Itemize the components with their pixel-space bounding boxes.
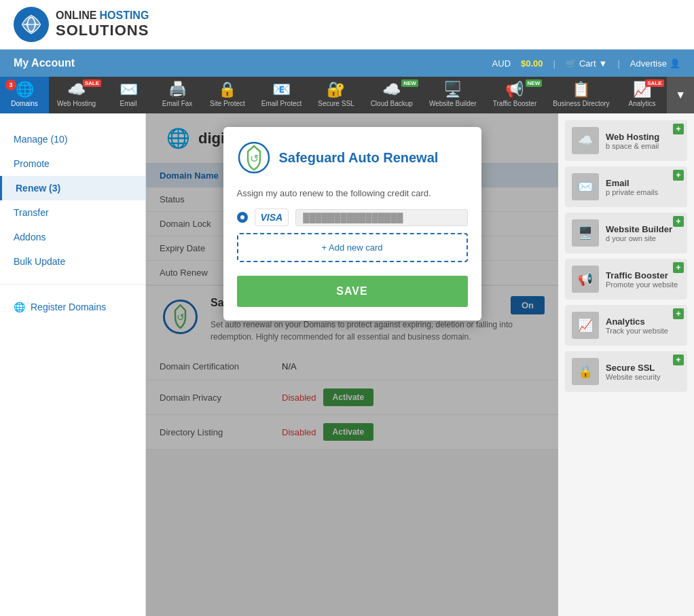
nav-item-email[interactable]: ✉️ Email bbox=[104, 77, 153, 113]
card-option: VISA ████████████████ bbox=[237, 209, 468, 226]
widget-secure-ssl-icon: 🔒 bbox=[572, 358, 599, 385]
widget-web-hosting-icon: ☁️ bbox=[572, 127, 599, 154]
sidebar-item-manage[interactable]: Manage (10) bbox=[0, 127, 145, 151]
top-nav-right: AUD $0.00 | 🛒 Cart ▼ | Advertise 👤 bbox=[492, 58, 680, 69]
modal-header: ↺ Safeguard Auto Renewal bbox=[223, 127, 481, 188]
visa-text: VISA bbox=[261, 212, 283, 223]
svg-text:↺: ↺ bbox=[249, 153, 258, 164]
business-directory-icon: 📋 bbox=[572, 82, 590, 97]
widget-web-hosting[interactable]: ☁️ Web Hosting b space & email + bbox=[565, 120, 687, 161]
cart-button[interactable]: 🛒 Cart ▼ bbox=[566, 58, 607, 69]
widget-web-hosting-subtitle: b space & email bbox=[606, 142, 680, 150]
nav-item-email-fax[interactable]: 🖨️ Email Fax bbox=[153, 77, 202, 113]
widget-website-builder-subtitle: d your own site bbox=[606, 234, 680, 242]
sidebar-item-addons[interactable]: Addons bbox=[0, 225, 145, 249]
currency-label: AUD bbox=[492, 58, 511, 69]
widget-analytics-subtitle: Track your website bbox=[606, 327, 680, 335]
widget-analytics-icon: 📈 bbox=[572, 312, 599, 339]
modal-title: Safeguard Auto Renewal bbox=[279, 150, 439, 166]
card-radio[interactable] bbox=[237, 212, 248, 223]
website-builder-label: Website Builder bbox=[429, 100, 477, 108]
widget-web-hosting-title: Web Hosting bbox=[606, 132, 680, 142]
email-fax-label: Email Fax bbox=[162, 100, 192, 108]
nav-item-email-protect[interactable]: 📧 Email Protect bbox=[253, 77, 310, 113]
nav-item-domains[interactable]: 3 🌐 Domains bbox=[0, 77, 49, 113]
nav-item-business-directory[interactable]: 📋 Business Directory bbox=[545, 77, 617, 113]
widget-analytics-text: Analytics Track your website bbox=[606, 316, 680, 335]
logo-online: ONLINE bbox=[56, 10, 96, 21]
widget-analytics[interactable]: 📈 Analytics Track your website + bbox=[565, 305, 687, 346]
widget-traffic-booster-icon: 📢 bbox=[572, 266, 599, 293]
nav-item-secure-ssl[interactable]: 🔐 Secure SSL bbox=[310, 77, 362, 113]
widget-website-builder-icon: 🖥️ bbox=[572, 219, 599, 247]
email-label: Email bbox=[120, 100, 137, 108]
modal-save-button[interactable]: SAVE bbox=[237, 276, 468, 307]
widget-secure-ssl-title: Secure SSL bbox=[606, 363, 680, 373]
modal-description: Assign my auto renew to the following cr… bbox=[237, 188, 468, 198]
domains-badge: 3 bbox=[5, 79, 16, 90]
site-protect-label: Site Protect bbox=[210, 100, 245, 108]
nav-item-cloud-backup[interactable]: NEW ☁️ Cloud Backup bbox=[363, 77, 421, 113]
widget-secure-ssl-plus: + bbox=[673, 355, 684, 365]
user-icon: 👤 bbox=[670, 58, 680, 69]
widget-website-builder[interactable]: 🖥️ Website Builder d your own site + bbox=[565, 213, 687, 253]
nav-item-site-protect[interactable]: 🔒 Site Protect bbox=[202, 77, 253, 113]
traffic-booster-icon: 📢 bbox=[505, 82, 524, 97]
sidebar-item-bulk-update[interactable]: Bulk Update bbox=[0, 249, 145, 274]
widget-email-icon: ✉️ bbox=[572, 173, 599, 200]
modal-safeguard: ↺ Safeguard Auto Renewal Assign my auto … bbox=[223, 127, 481, 321]
widget-email-title: Email bbox=[606, 178, 680, 188]
logo-text: ONLINEHOSTING SOLUTIONS bbox=[56, 9, 149, 40]
visa-badge: VISA bbox=[255, 209, 289, 226]
widget-secure-ssl-text: Secure SSL Website security bbox=[606, 363, 680, 381]
email-protect-label: Email Protect bbox=[261, 100, 302, 108]
web-hosting-label: Web Hosting bbox=[57, 100, 96, 108]
widget-web-hosting-text: Web Hosting b space & email bbox=[606, 132, 680, 150]
nav-item-web-hosting[interactable]: SALE ☁️ Web Hosting bbox=[49, 77, 104, 113]
widget-analytics-title: Analytics bbox=[606, 316, 680, 327]
advertise-label: Advertise bbox=[630, 58, 667, 69]
widget-traffic-booster-plus: + bbox=[673, 262, 684, 273]
domains-label: Domains bbox=[11, 100, 37, 108]
website-builder-icon: 🖥️ bbox=[443, 82, 462, 97]
modal-overlay: ↺ Safeguard Auto Renewal Assign my auto … bbox=[146, 113, 558, 616]
widget-email-plus: + bbox=[673, 170, 684, 181]
analytics-label: Analytics bbox=[629, 100, 656, 108]
nav-icons-bar: 3 🌐 Domains SALE ☁️ Web Hosting ✉️ Email… bbox=[0, 77, 694, 113]
widget-web-hosting-plus: + bbox=[673, 124, 684, 134]
widget-website-builder-title: Website Builder bbox=[606, 224, 680, 234]
widget-secure-ssl-subtitle: Website security bbox=[606, 373, 680, 381]
expand-nav-button[interactable]: ▼ bbox=[667, 77, 694, 113]
logo-icon bbox=[14, 7, 49, 42]
email-protect-icon: 📧 bbox=[272, 82, 291, 97]
logo-solutions: SOLUTIONS bbox=[56, 22, 149, 39]
widget-analytics-plus: + bbox=[673, 308, 684, 319]
sidebar-item-transfer[interactable]: Transfer bbox=[0, 200, 145, 225]
site-protect-icon: 🔒 bbox=[218, 82, 236, 97]
cart-label: Cart bbox=[579, 58, 596, 69]
nav-item-website-builder[interactable]: 🖥️ Website Builder bbox=[421, 77, 485, 113]
widget-secure-ssl[interactable]: 🔒 Secure SSL Website security + bbox=[565, 351, 687, 392]
register-globe-icon: 🌐 bbox=[14, 302, 25, 312]
advertise-button[interactable]: Advertise 👤 bbox=[630, 58, 680, 69]
add-new-card-button[interactable]: + Add new card bbox=[237, 233, 468, 262]
nav-item-traffic-booster[interactable]: NEW 📢 Traffic Booster bbox=[485, 77, 545, 113]
modal-safeguard-icon: ↺ bbox=[237, 141, 271, 175]
sidebar-item-register-domains[interactable]: 🌐 Register Domains bbox=[0, 295, 145, 319]
secure-ssl-icon: 🔐 bbox=[327, 82, 345, 97]
widget-traffic-booster[interactable]: 📢 Traffic Booster Promote your website + bbox=[565, 259, 687, 300]
widget-website-builder-plus: + bbox=[673, 216, 684, 227]
top-nav: My Account AUD $0.00 | 🛒 Cart ▼ | Advert… bbox=[0, 50, 694, 77]
card-number-masked: ████████████████ bbox=[295, 209, 467, 226]
widget-email[interactable]: ✉️ Email p private emails + bbox=[565, 166, 687, 207]
sidebar: Manage (10) Promote Renew (3) Transfer A… bbox=[0, 113, 146, 616]
nav-item-analytics[interactable]: SALE 📈 Analytics bbox=[618, 77, 667, 113]
sidebar-item-promote[interactable]: Promote bbox=[0, 151, 145, 176]
sidebar-item-renew[interactable]: Renew (3) bbox=[0, 176, 145, 200]
traffic-booster-new-badge: NEW bbox=[526, 79, 543, 87]
widget-traffic-booster-text: Traffic Booster Promote your website bbox=[606, 270, 680, 289]
cart-icon: 🛒 bbox=[566, 58, 577, 69]
logo[interactable]: ONLINEHOSTING SOLUTIONS bbox=[14, 7, 149, 42]
cloud-backup-new-badge: NEW bbox=[401, 79, 418, 87]
account-label: My Account bbox=[14, 57, 75, 69]
